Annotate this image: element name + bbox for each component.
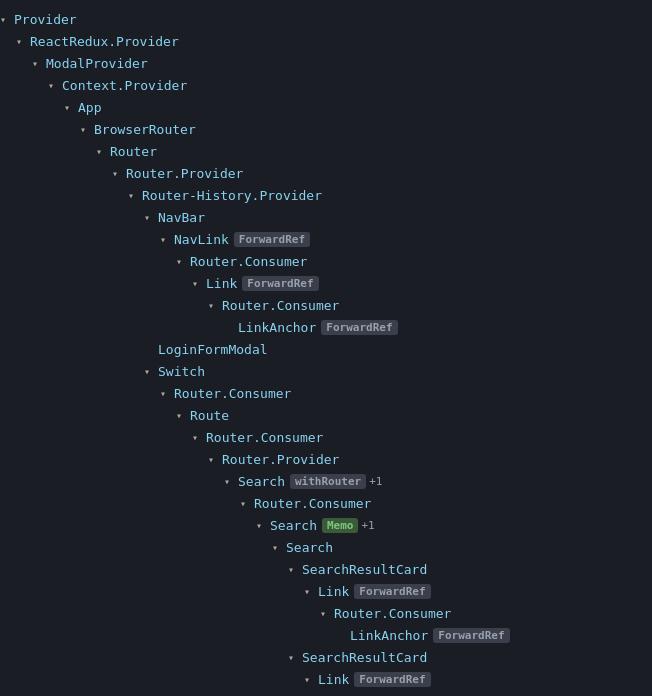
node-name: Router.Consumer xyxy=(190,254,307,269)
node-name: Router.Consumer xyxy=(222,298,339,313)
tree-arrow-icon[interactable] xyxy=(288,564,302,575)
tree-row[interactable]: Router.Provider xyxy=(0,162,652,184)
node-name: Router.Consumer xyxy=(174,386,291,401)
node-name: Provider xyxy=(14,12,77,27)
tree-row[interactable]: Route xyxy=(0,404,652,426)
node-name: Link xyxy=(206,276,237,291)
component-tree: ProviderReactRedux.ProviderModalProvider… xyxy=(0,0,652,696)
tree-arrow-icon[interactable] xyxy=(0,14,14,25)
component-badge: ForwardRef xyxy=(433,628,509,643)
tree-arrow-icon[interactable] xyxy=(176,410,190,421)
component-badge: ForwardRef xyxy=(242,276,318,291)
node-name: Router-History.Provider xyxy=(142,188,322,203)
tree-arrow-icon[interactable] xyxy=(144,366,158,377)
node-name: Search xyxy=(238,474,285,489)
tree-row[interactable]: SearchResultCard xyxy=(0,558,652,580)
tree-row[interactable]: Context.Provider xyxy=(0,74,652,96)
tree-row[interactable]: Router.Provider xyxy=(0,448,652,470)
tree-arrow-icon[interactable] xyxy=(304,674,318,685)
tree-row[interactable]: LinkForwardRef xyxy=(0,580,652,602)
tree-arrow-icon[interactable] xyxy=(112,168,126,179)
tree-row[interactable]: LinkAnchorForwardRef xyxy=(0,316,652,338)
tree-arrow-icon[interactable] xyxy=(208,300,222,311)
tree-row[interactable]: Router.Consumer xyxy=(0,250,652,272)
node-name: LinkAnchor xyxy=(350,628,428,643)
tree-arrow-icon[interactable] xyxy=(160,234,174,245)
tree-row[interactable]: NavBar xyxy=(0,206,652,228)
tree-row[interactable]: Switch xyxy=(0,360,652,382)
tree-arrow-icon[interactable] xyxy=(160,388,174,399)
tree-row[interactable]: SearchMemo+1 xyxy=(0,514,652,536)
tree-arrow-icon[interactable] xyxy=(256,520,270,531)
tree-arrow-icon[interactable] xyxy=(192,432,206,443)
node-name: ReactRedux.Provider xyxy=(30,34,179,49)
node-name: NavBar xyxy=(158,210,205,225)
plus-count: +1 xyxy=(361,519,374,532)
node-name: Switch xyxy=(158,364,205,379)
tree-arrow-icon[interactable] xyxy=(48,80,62,91)
tree-row[interactable]: ReactRedux.Provider xyxy=(0,30,652,52)
component-badge: ForwardRef xyxy=(354,672,430,687)
tree-arrow-icon[interactable] xyxy=(32,58,46,69)
component-badge: ForwardRef xyxy=(234,232,310,247)
node-name: Search xyxy=(270,518,317,533)
node-name: App xyxy=(78,100,101,115)
node-name: NavLink xyxy=(174,232,229,247)
tree-arrow-icon[interactable] xyxy=(304,586,318,597)
component-badge: withRouter xyxy=(290,474,366,489)
tree-arrow-icon[interactable] xyxy=(144,212,158,223)
tree-row[interactable]: SearchwithRouter+1 xyxy=(0,470,652,492)
node-name: Router.Consumer xyxy=(254,496,371,511)
tree-row[interactable]: Router.Consumer xyxy=(0,426,652,448)
node-name: Router xyxy=(110,144,157,159)
tree-row[interactable]: SearchResultCard xyxy=(0,646,652,668)
tree-row[interactable]: Provider xyxy=(0,8,652,30)
tree-arrow-icon[interactable] xyxy=(320,608,334,619)
node-name: SearchResultCard xyxy=(302,562,427,577)
tree-arrow-icon[interactable] xyxy=(16,36,30,47)
component-badge: ForwardRef xyxy=(354,584,430,599)
tree-row[interactable]: Router.Consumer xyxy=(0,382,652,404)
tree-row[interactable]: LoginFormModal xyxy=(0,338,652,360)
tree-arrow-icon[interactable] xyxy=(128,190,142,201)
tree-arrow-icon[interactable] xyxy=(80,124,94,135)
tree-arrow-icon[interactable] xyxy=(64,102,78,113)
tree-row[interactable]: LinkAnchorForwardRef xyxy=(0,624,652,646)
tree-arrow-icon[interactable] xyxy=(192,278,206,289)
tree-row[interactable]: ModalProvider xyxy=(0,52,652,74)
component-badge: ForwardRef xyxy=(321,320,397,335)
node-name: BrowserRouter xyxy=(94,122,196,137)
tree-row[interactable]: Router.Consumer xyxy=(0,492,652,514)
tree-row[interactable]: LinkForwardRef xyxy=(0,272,652,294)
node-name: Context.Provider xyxy=(62,78,187,93)
tree-row[interactable]: App xyxy=(0,96,652,118)
tree-row[interactable]: Search xyxy=(0,536,652,558)
tree-row[interactable]: Router.Consumer xyxy=(0,690,652,696)
tree-row[interactable]: Router.Consumer xyxy=(0,602,652,624)
node-name: SearchResultCard xyxy=(302,650,427,665)
tree-arrow-icon[interactable] xyxy=(224,476,238,487)
node-name: Router.Consumer xyxy=(206,430,323,445)
tree-arrow-icon[interactable] xyxy=(272,542,286,553)
component-badge: Memo xyxy=(322,518,359,533)
tree-row[interactable]: Router.Consumer xyxy=(0,294,652,316)
node-name: Link xyxy=(318,584,349,599)
node-name: Route xyxy=(190,408,229,423)
node-name: LinkAnchor xyxy=(238,320,316,335)
tree-row[interactable]: Router xyxy=(0,140,652,162)
node-name: Router.Provider xyxy=(126,166,243,181)
tree-arrow-icon[interactable] xyxy=(176,256,190,267)
node-name: LoginFormModal xyxy=(158,342,268,357)
tree-row[interactable]: NavLinkForwardRef xyxy=(0,228,652,250)
tree-arrow-icon[interactable] xyxy=(240,498,254,509)
tree-row[interactable]: Router-History.Provider xyxy=(0,184,652,206)
plus-count: +1 xyxy=(369,475,382,488)
tree-arrow-icon[interactable] xyxy=(208,454,222,465)
node-name: Search xyxy=(286,540,333,555)
tree-arrow-icon[interactable] xyxy=(96,146,110,157)
tree-row[interactable]: LinkForwardRef xyxy=(0,668,652,690)
tree-row[interactable]: BrowserRouter xyxy=(0,118,652,140)
node-name: ModalProvider xyxy=(46,56,148,71)
tree-arrow-icon[interactable] xyxy=(288,652,302,663)
node-name: Link xyxy=(318,672,349,687)
